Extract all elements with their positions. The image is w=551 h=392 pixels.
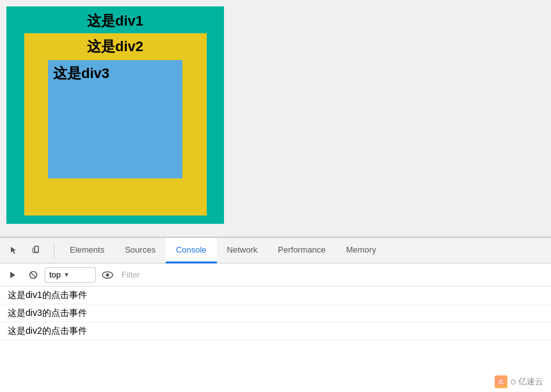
inspect-element-button[interactable] — [4, 240, 24, 261]
tab-separator — [54, 243, 54, 258]
div2-label: 这是div2 — [87, 37, 143, 56]
demo-div1[interactable]: 这是div1 这是div2 这是div3 — [6, 6, 224, 224]
watermark: 亿 ⊙ 亿速云 — [495, 375, 543, 388]
device-toggle-button[interactable] — [27, 240, 47, 261]
devtools-toolbar: top ▼ — [0, 263, 551, 286]
div3-label: 这是div3 — [53, 64, 109, 83]
div1-label: 这是div1 — [87, 12, 143, 31]
svg-marker-3 — [10, 272, 15, 278]
dropdown-arrow-icon: ▼ — [63, 271, 70, 278]
live-expressions-button[interactable] — [99, 266, 116, 284]
watermark-logo: 亿 — [495, 375, 507, 388]
devtools-tab-bar: Elements Sources Console Network Perform… — [0, 238, 551, 263]
block-icon-button[interactable] — [24, 266, 42, 284]
console-output: 这是div1的点击事件 这是div3的点击事件 这是div2的点击事件 亿 ⊙ … — [0, 286, 551, 392]
watermark-text: ⊙ 亿速云 — [510, 376, 543, 388]
console-line: 这是div1的点击事件 — [0, 286, 551, 304]
devtools-panel: Elements Sources Console Network Perform… — [0, 237, 551, 392]
demo-div2[interactable]: 这是div2 这是div3 — [24, 33, 207, 216]
svg-line-5 — [31, 272, 36, 278]
context-selector[interactable]: top ▼ — [45, 267, 96, 283]
filter-input[interactable] — [119, 267, 547, 283]
svg-rect-1 — [36, 251, 38, 252]
tab-elements[interactable]: Elements — [60, 238, 115, 263]
main-content-area: 这是div1 这是div2 这是div3 — [0, 0, 551, 237]
tab-console[interactable]: Console — [166, 238, 217, 263]
tab-performance[interactable]: Performance — [268, 238, 335, 263]
clear-console-button[interactable] — [4, 266, 22, 284]
console-line: 这是div2的点击事件 — [0, 322, 551, 340]
tab-memory[interactable]: Memory — [336, 238, 387, 263]
console-line: 这是div3的点击事件 — [0, 304, 551, 322]
svg-point-7 — [106, 273, 109, 276]
tab-network[interactable]: Network — [217, 238, 268, 263]
svg-text:亿: 亿 — [498, 379, 504, 385]
context-value: top — [49, 270, 61, 279]
demo-div3[interactable]: 这是div3 — [48, 60, 182, 178]
svg-rect-2 — [33, 248, 35, 253]
tab-sources[interactable]: Sources — [115, 238, 166, 263]
